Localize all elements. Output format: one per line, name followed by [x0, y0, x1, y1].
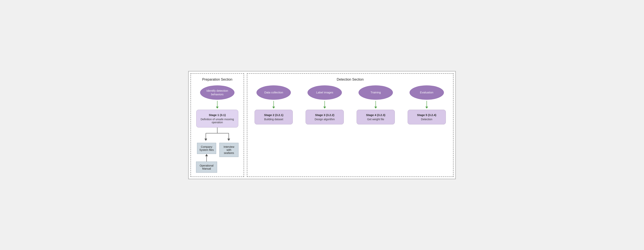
stage4-box: Stage 4 (3.2.3) Get weight file: [356, 110, 395, 124]
prep-section-title: Preparation Section: [202, 77, 232, 82]
evaluation-ellipse: Evaluation: [410, 85, 444, 100]
detect-section-title: Detection Section: [250, 77, 450, 82]
stage5-box: Stage 5 (3.2.4) Detection: [408, 110, 446, 124]
sources-row: Company System files Operational Manual …: [196, 143, 238, 173]
op-manual-arrow-svg: [201, 154, 212, 162]
arrow-line: [376, 101, 376, 107]
operational-manual-box: Operational Manual: [196, 162, 217, 173]
diagram-container: Preparation Section Identify detection b…: [188, 71, 456, 179]
stage5-label: Stage 5 (3.2.4): [411, 113, 443, 116]
arrow-line: [274, 101, 274, 107]
stage2-label: Stage 2 (3.2.1): [258, 113, 290, 116]
stage1-box: Stage 1 (3.1) Definition of unsafe moori…: [196, 110, 238, 128]
arrow-col1: [272, 101, 275, 108]
stage4-label: Stage 4 (3.2.3): [360, 113, 392, 116]
stage5-desc: Detection: [411, 118, 443, 121]
svg-marker-5: [228, 139, 230, 141]
arrow-head: [272, 107, 275, 108]
detection-section: Detection Section Data collection Stage …: [247, 73, 454, 177]
arrow-head: [216, 107, 218, 108]
label-images-ellipse: Label images: [308, 85, 342, 100]
detect-column-3: Training Stage 4 (3.2.3) Get weight file: [352, 85, 400, 173]
detect-column-4: Evaluation Stage 5 (3.2.4) Detection: [403, 85, 450, 173]
data-collection-ellipse: Data collection: [256, 85, 291, 100]
stage3-label: Stage 3 (3.2.2): [308, 113, 341, 116]
arrow-ellipse-to-stage1: [216, 101, 218, 108]
stage1-desc: Definition of unsafe mooring operation: [199, 118, 235, 124]
interview-box: Interview with seafares: [220, 143, 238, 157]
detect-column-1: Data collection Stage 2 (3.2.1) Building…: [250, 85, 297, 173]
detect-column-2: Label images Stage 3 (3.2.2) Design algo…: [301, 85, 348, 173]
prep-connector-svg: [194, 128, 240, 143]
detect-columns: Data collection Stage 2 (3.2.1) Building…: [250, 85, 450, 173]
stage3-desc: Design algorithm: [308, 118, 341, 121]
arrow-head: [323, 107, 326, 108]
company-files-box: Company System files: [197, 143, 216, 154]
svg-marker-4: [204, 139, 207, 141]
arrow-line: [426, 101, 427, 107]
left-source-col: Company System files Operational Manual: [196, 143, 217, 173]
arrow-head: [426, 107, 428, 108]
training-ellipse: Training: [358, 85, 393, 100]
identify-behaviors-ellipse: Identify detection behaviors: [200, 85, 234, 100]
svg-marker-7: [205, 154, 208, 156]
stage2-box: Stage 2 (3.2.1) Building dataset: [254, 110, 293, 124]
arrow-col2: [323, 101, 326, 108]
stage3-box: Stage 3 (3.2.2) Design algorithm: [306, 110, 344, 124]
stage1-label: Stage 1 (3.1): [199, 113, 235, 116]
preparation-section: Preparation Section Identify detection b…: [190, 73, 244, 177]
arrow-line: [324, 101, 325, 107]
arrow-col4: [426, 101, 428, 108]
stage2-desc: Building dataset: [258, 118, 290, 121]
arrow-line: [217, 101, 218, 107]
arrow-head: [374, 107, 377, 108]
stage4-desc: Get weight file: [360, 118, 392, 121]
arrow-col3: [374, 101, 377, 108]
